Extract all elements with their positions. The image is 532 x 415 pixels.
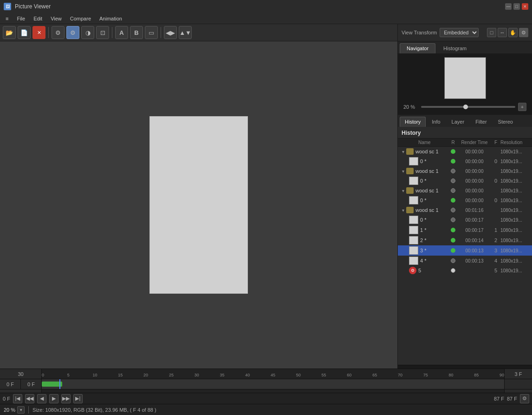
view-icon-1[interactable]: □	[487, 28, 496, 37]
item-f-1-0: 0	[491, 158, 500, 164]
rect-button[interactable]: ▭	[145, 26, 158, 39]
item-time-4-0: 00:00:17	[458, 217, 491, 223]
item-time-3-0: 00:00:00	[458, 198, 491, 203]
timeline-track-row[interactable]: 0 F 0 F	[0, 379, 532, 389]
exposure-button[interactable]: ◑	[81, 26, 94, 39]
zoom-expand-button[interactable]: +	[518, 103, 526, 111]
status-dot-4	[451, 208, 455, 212]
history-panel: History Name R Render Time F Resolution …	[398, 127, 532, 369]
view-transform-select[interactable]: Embedded sRGB Linear	[440, 28, 479, 37]
menu-edit[interactable]: Edit	[30, 15, 46, 22]
item-row-3-0[interactable]: 0 * 00:00:00 0 1080x19...	[398, 195, 532, 205]
play-forward-button[interactable]: ▶	[49, 394, 58, 403]
toolbar-separator-2	[112, 27, 112, 38]
flip-horizontal-button[interactable]: ◀▶	[164, 26, 177, 39]
item-row-4-1[interactable]: 1 * 00:00:17 1 1080x19...	[398, 225, 532, 235]
view-icon-3[interactable]: ✋	[508, 28, 518, 37]
menu-view[interactable]: View	[47, 15, 65, 22]
close-button[interactable]: ✕	[522, 3, 528, 10]
timeline-ruler-label: 30	[0, 369, 42, 379]
timeline-track-label: 0 F	[21, 379, 42, 389]
minimize-button[interactable]: —	[505, 3, 512, 10]
navigator-tabs: Navigator Histogram	[398, 41, 532, 53]
menu-hamburger[interactable]: ≡	[2, 15, 12, 22]
view-transform-label: View Transform	[402, 30, 437, 35]
tab-stereo[interactable]: Stereo	[493, 117, 518, 127]
label-b-button[interactable]: B	[130, 26, 143, 39]
history-table-header: Name R Render Time F Resolution	[398, 138, 532, 147]
group-row-2[interactable]: ▾ wood sc 1 00:00:00 1080x19...	[398, 166, 532, 176]
ruler-mark-10: 10	[93, 373, 97, 377]
group-row-1[interactable]: ▾ wood sc 1 00:00:00 1080x19...	[398, 147, 532, 156]
app-title: Picture Viewer	[15, 3, 501, 10]
panel-scrollbar[interactable]	[398, 365, 532, 369]
ruler-mark-65: 65	[372, 373, 377, 377]
ruler-mark-60: 60	[347, 373, 351, 377]
item-row-4-2[interactable]: 2 * 00:00:14 2 1080x19...	[398, 235, 532, 245]
title-bar: 🖼 Picture Viewer — □ ✕	[0, 0, 532, 13]
tab-filter[interactable]: Filter	[470, 117, 492, 127]
group-time-3: 00:00:00	[458, 188, 491, 193]
step-back-button[interactable]: ◀◀	[25, 394, 34, 403]
label-a-button[interactable]: A	[115, 26, 128, 39]
item-row-1-0[interactable]: 0 * 00:00:00 0 1080x19...	[398, 156, 532, 166]
zoom-slider[interactable]	[421, 106, 515, 108]
bottom-area: 30 0 5 10 15 20 25 30 35 40 45 50 55 60 …	[0, 369, 532, 415]
navigator-content: 20 % +	[398, 53, 532, 115]
close-file-button[interactable]: ✕	[32, 26, 45, 39]
ruler-mark-70: 70	[398, 373, 402, 377]
step-forward-button[interactable]: ▶▶	[61, 394, 71, 403]
go-to-start-button[interactable]: |◀	[13, 394, 22, 403]
history-title: History	[398, 127, 532, 138]
item-row-2-0[interactable]: 0 * 00:00:00 0 1080x19...	[398, 176, 532, 186]
group-row-4[interactable]: ▾ wood sc 1 00:01:16 1080x19...	[398, 205, 532, 215]
timeline-bar-area[interactable]	[42, 379, 504, 389]
item-row-4-5[interactable]: ⚙ 5 5 1080x19...	[398, 266, 532, 275]
zoom-dropdown-button[interactable]: ▾	[17, 406, 25, 414]
item-thumb-4-0	[409, 216, 418, 224]
group-time-2: 00:00:00	[458, 169, 491, 174]
image-preview	[149, 116, 248, 294]
go-to-end-button[interactable]: ▶|	[73, 394, 83, 403]
play-back-button[interactable]: ◀	[37, 394, 46, 403]
status-dot-2	[451, 169, 455, 173]
toolbar-separator-1	[48, 27, 49, 38]
tab-history[interactable]: History	[400, 117, 426, 127]
playback-right-controls: 87 F 87 F ⚙	[494, 394, 529, 403]
settings-active-button[interactable]: ⚙	[66, 26, 79, 39]
menu-compare[interactable]: Compare	[66, 15, 95, 22]
tab-info[interactable]: Info	[427, 117, 445, 127]
open-folder-button[interactable]: 📂	[3, 26, 16, 39]
main-content: Navigator Histogram 20 % + History Info …	[0, 41, 532, 369]
maximize-button[interactable]: □	[513, 3, 520, 10]
group-row-3[interactable]: ▾ wood sc 1 00:00:00 1080x19...	[398, 186, 532, 195]
group-name-3: wood sc 1	[415, 188, 448, 193]
col-name: Name	[400, 140, 448, 145]
group-res-4: 1080x19...	[500, 208, 530, 213]
settings-button[interactable]: ⚙	[52, 26, 65, 39]
folder-icon-1	[406, 148, 414, 155]
status-info: Size: 1080x1920, RGB (32 Bit), 23.96 MB,…	[32, 407, 156, 413]
crop-button[interactable]: ⊡	[96, 26, 109, 39]
group-name-2: wood sc 1	[415, 168, 448, 174]
history-group-3: ▾ wood sc 1 00:00:00 1080x19... 0 * 00:0…	[398, 186, 532, 205]
menu-animation[interactable]: Animation	[96, 15, 126, 22]
item-name-4-0: 0 *	[420, 217, 448, 223]
tab-navigator[interactable]: Navigator	[400, 43, 435, 53]
settings-gear-button[interactable]: ⚙	[520, 394, 529, 403]
view-icon-2[interactable]: ↔	[498, 28, 507, 37]
item-time-1-0: 00:00:00	[458, 159, 491, 164]
tab-histogram[interactable]: Histogram	[436, 43, 474, 53]
tab-layer[interactable]: Layer	[447, 117, 470, 127]
flip-vertical-button[interactable]: ▲▼	[179, 26, 192, 39]
menu-file[interactable]: File	[13, 15, 29, 22]
item-row-4-3[interactable]: 3 * 00:00:13 3 1080x19...	[398, 245, 532, 256]
group-time-4: 00:01:16	[458, 208, 491, 213]
item-row-4-4[interactable]: 4 * 00:00:13 4 1080x19...	[398, 256, 532, 266]
ruler-mark-75: 75	[423, 373, 428, 377]
item-time-4-3: 00:00:13	[458, 248, 491, 253]
open-file-button[interactable]: 📄	[18, 26, 31, 39]
item-row-4-0[interactable]: 0 * 00:00:17 1080x19...	[398, 215, 532, 225]
item-name-4-5: 5	[418, 268, 448, 273]
view-icon-4[interactable]: ⚙	[519, 28, 528, 37]
